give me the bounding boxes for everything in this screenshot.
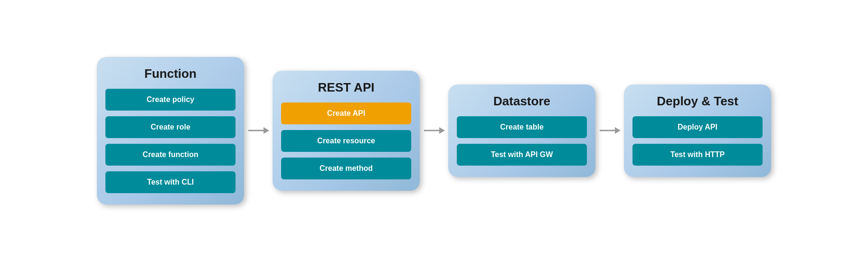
- arrow-3: [595, 121, 624, 140]
- create-table-button[interactable]: Create table: [457, 116, 587, 138]
- panel-deploy-test: Deploy & Test Deploy API Test with HTTP: [624, 84, 771, 177]
- panel-deploy-test-title: Deploy & Test: [632, 94, 763, 109]
- arrow-1: [244, 121, 273, 140]
- svg-marker-1: [264, 127, 269, 134]
- create-role-button[interactable]: Create role: [105, 116, 236, 138]
- create-policy-button[interactable]: Create policy: [105, 89, 236, 111]
- test-http-button[interactable]: Test with HTTP: [632, 144, 763, 166]
- diagram: Function Create policy Create role Creat…: [78, 47, 790, 214]
- create-method-button[interactable]: Create method: [281, 158, 411, 179]
- panel-rest-api: REST API Create API Create resource Crea…: [273, 71, 420, 191]
- create-api-button[interactable]: Create API: [281, 103, 411, 124]
- create-function-button[interactable]: Create function: [105, 144, 236, 166]
- create-resource-button[interactable]: Create resource: [281, 130, 411, 152]
- arrow-2: [420, 121, 448, 140]
- panel-datastore-title: Datastore: [457, 94, 587, 109]
- svg-marker-5: [615, 127, 621, 134]
- test-cli-button[interactable]: Test with CLI: [105, 171, 236, 193]
- panel-rest-api-title: REST API: [281, 80, 411, 95]
- panel-function: Function Create policy Create role Creat…: [97, 57, 244, 205]
- svg-marker-3: [439, 127, 445, 134]
- panel-datastore: Datastore Create table Test with API GW: [448, 84, 595, 177]
- deploy-api-button[interactable]: Deploy API: [632, 116, 763, 138]
- panel-function-title: Function: [105, 66, 236, 81]
- test-api-gw-button[interactable]: Test with API GW: [457, 144, 587, 166]
